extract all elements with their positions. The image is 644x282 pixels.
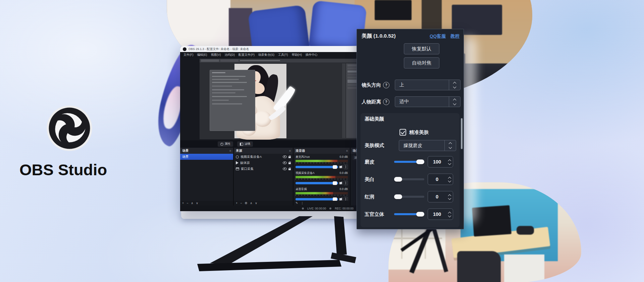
mixer-channel: 桌面音频0.0 dB (296, 187, 348, 201)
source-toolbar: 属性 滤镜 (218, 141, 253, 147)
volume-meter (296, 160, 348, 162)
menu-item[interactable]: 泊坞(D) (225, 53, 235, 57)
spinner-icon[interactable] (449, 97, 460, 107)
menu-item[interactable]: 文件(F) (183, 53, 194, 57)
obs-logo (46, 105, 93, 151)
speaker-icon[interactable] (339, 166, 341, 168)
source-item[interactable]: 窗口采集 (234, 166, 293, 172)
beauty-slider-row: 五官立体 100 (365, 208, 457, 220)
toolbar-icon[interactable]: + (182, 202, 184, 205)
slider-label: 美白 (365, 176, 394, 183)
beauty-slider-row: 美白 0 (365, 174, 457, 185)
dock-menu-icon[interactable]: ≡ (346, 149, 348, 152)
source-item[interactable]: 视频采集设备A (234, 154, 293, 160)
menu-item[interactable]: 插件中心 (306, 53, 318, 57)
toolbar-icon[interactable]: − (240, 202, 242, 205)
beauty-slider-row: 红润 0 (365, 191, 457, 202)
restore-defaults-button[interactable]: 恢复默认 (404, 43, 439, 54)
slider-handle[interactable] (416, 159, 424, 164)
speaker-icon[interactable] (339, 198, 341, 200)
menu-item[interactable]: 工具(T) (278, 53, 288, 57)
visibility-eye-icon[interactable] (283, 161, 287, 164)
dock-menu-icon[interactable]: ≡ (289, 149, 291, 152)
help-icon[interactable]: ? (383, 99, 389, 105)
rec-time: REC: 00:00:00 (335, 207, 354, 210)
toolbar-icon[interactable]: ⋮ (301, 202, 304, 205)
panel-scrollbar[interactable] (461, 118, 463, 149)
toolbar-icon[interactable]: − (186, 202, 188, 205)
checkbox-icon[interactable] (399, 129, 406, 136)
sources-toolbar: +−⚙∧∨ (234, 201, 293, 205)
precise-skin-checkbox-row[interactable]: 精准美肤 (399, 129, 429, 136)
slider-label: 红润 (365, 194, 394, 200)
menu-item[interactable]: 场景集合(S) (258, 53, 274, 57)
toolbar-icon[interactable]: ∨ (255, 202, 257, 205)
mixer-dock: 混音器≡ 麦克风/Aux0.0 dB 视频采集设备A0.0 dB (293, 148, 350, 205)
scenes-dock-title: 场景 (182, 149, 189, 153)
source-toolbar-button[interactable]: 属性 (218, 141, 233, 147)
volume-slider[interactable] (296, 166, 338, 168)
toolbar-icon[interactable]: + (236, 202, 237, 205)
scene-item[interactable]: 场景 (180, 154, 233, 160)
value-spinner[interactable]: 100 (428, 156, 453, 168)
toolbar-icon[interactable]: ⚙ (245, 202, 248, 205)
slider-value: 100 (428, 211, 446, 217)
volume-slider[interactable] (296, 182, 338, 184)
menu-item[interactable]: 配置文件(P) (238, 53, 255, 57)
stream-status-icon (302, 207, 304, 209)
channel-options-icon[interactable] (344, 181, 348, 185)
obs-preview[interactable] (180, 58, 380, 140)
speaker-icon[interactable] (339, 182, 341, 184)
volume-slider[interactable] (296, 198, 338, 200)
slider-handle[interactable] (416, 212, 424, 217)
slider-label: 磨皮 (365, 159, 394, 165)
chip-icon (240, 143, 243, 146)
menu-item[interactable]: 帮助(H) (292, 53, 302, 57)
value-spinner[interactable]: 100 (428, 208, 453, 220)
value-spinner[interactable]: 0 (428, 174, 453, 185)
toolbar-icon[interactable]: ✎ (296, 202, 298, 205)
lock-icon[interactable] (288, 156, 291, 158)
slider-track[interactable] (394, 178, 424, 180)
person-distance-label: 人物距离 (362, 99, 381, 105)
lock-icon[interactable] (288, 162, 291, 164)
value-spinner[interactable]: 0 (428, 191, 453, 202)
menu-item[interactable]: 视图(V) (211, 53, 221, 57)
beauty-slider-row: 磨皮 100 (365, 156, 457, 168)
channel-options-icon[interactable] (344, 164, 348, 169)
basic-beauty-section: 基础美颜 精准美肤 美肤模式 朦胧磨皮 磨皮 100 (361, 113, 460, 227)
ps-titlebar (200, 59, 379, 62)
toolbar-icon[interactable]: ∧ (191, 202, 194, 205)
slider-handle[interactable] (394, 177, 402, 182)
scenes-dock: 场景≡ 场景 +−∧∨ (180, 148, 233, 205)
menu-item[interactable]: 编辑(E) (197, 53, 207, 57)
toolbar-icon[interactable]: ∨ (196, 202, 198, 205)
camera-direction-select[interactable]: 上 (395, 80, 461, 90)
skin-mode-select[interactable]: 朦胧磨皮 (399, 140, 456, 151)
mixer-toolbar: ✎⋮ (293, 201, 350, 205)
toolbar-icon[interactable]: ∧ (250, 202, 253, 205)
dock-menu-icon[interactable]: ≡ (229, 149, 231, 152)
ps-toolbar (342, 63, 345, 138)
person-distance-select[interactable]: 适中 (395, 96, 461, 107)
lock-icon[interactable] (288, 169, 291, 170)
channel-options-icon[interactable] (344, 197, 348, 201)
help-icon[interactable]: ? (383, 82, 389, 88)
slider-track[interactable] (394, 196, 424, 198)
autofocus-button[interactable]: 自动对焦 (404, 57, 439, 68)
spinner-icon[interactable] (444, 140, 456, 151)
mixer-channel: 麦克风/Aux0.0 dB (296, 155, 348, 169)
obs-titlebar[interactable]: OBS 29.1.3 - 配置文件: 未命名 - 场景: 未命名 (180, 46, 380, 52)
qq-support-link[interactable]: QQ客服 (430, 33, 446, 39)
slider-track[interactable] (394, 213, 424, 215)
slider-track[interactable] (394, 161, 424, 163)
spinner-icon[interactable] (449, 80, 460, 90)
db-value: 0.0 dB (339, 171, 348, 175)
tutorial-link[interactable]: 教程 (450, 33, 460, 39)
source-type-icon (236, 155, 239, 158)
source-item[interactable]: 媒体源 (234, 160, 293, 166)
source-toolbar-button[interactable]: 滤镜 (237, 141, 253, 147)
visibility-eye-icon[interactable] (283, 155, 287, 158)
slider-handle[interactable] (394, 194, 402, 199)
visibility-eye-icon[interactable] (283, 168, 287, 170)
